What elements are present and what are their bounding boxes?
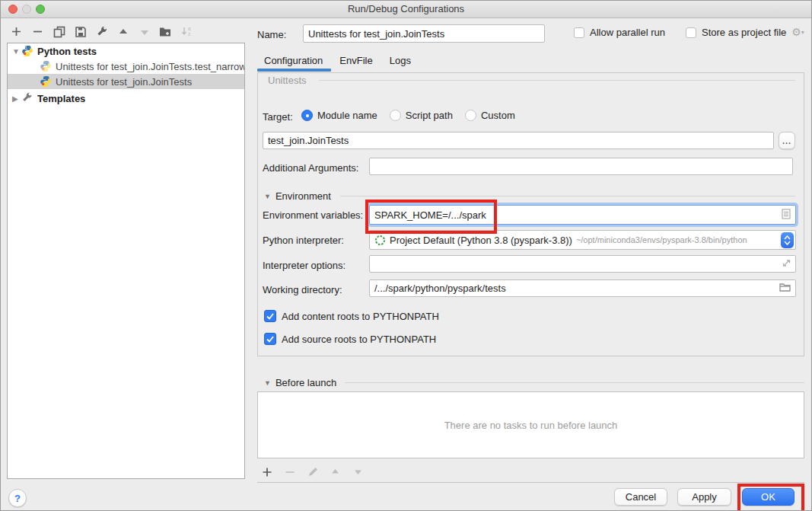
radio-custom-label: Custom xyxy=(481,110,515,121)
chevron-right-icon[interactable]: ▶ xyxy=(12,94,21,103)
add-source-roots-checkbox[interactable]: Add source roots to PYTHONPATH xyxy=(264,333,436,345)
working-directory-value: /.../spark/python/pyspark/tests xyxy=(374,283,779,294)
folder-icon[interactable] xyxy=(779,283,791,294)
checkbox-checked-icon[interactable] xyxy=(264,310,276,322)
tree-item-label: Unittests for test_join.JoinTests xyxy=(56,76,192,88)
section-divider xyxy=(319,80,795,81)
configurations-tree: ▼ Python tests Unittests for test_join.J… xyxy=(7,43,245,479)
conda-env-icon xyxy=(374,235,386,246)
allow-parallel-run-checkbox[interactable]: Allow parallel run xyxy=(574,27,665,38)
tree-item-unittest-narrow[interactable]: Unittests for test_join.JoinTests.test_n… xyxy=(8,59,244,74)
active-tab-underline xyxy=(257,69,331,72)
before-launch-empty-text: There are no tasks to run before launch xyxy=(444,420,618,431)
target-input[interactable] xyxy=(263,132,774,149)
configurations-toolbar: az xyxy=(10,25,193,38)
radio-custom[interactable] xyxy=(465,110,476,121)
save-icon[interactable] xyxy=(74,25,87,38)
sort-icon[interactable]: az xyxy=(180,25,193,38)
section-divider xyxy=(340,196,795,196)
svg-text:z: z xyxy=(188,31,190,37)
checkbox-icon[interactable] xyxy=(686,27,696,38)
environment-variables-label: Environment variables: xyxy=(263,209,363,221)
additional-arguments-input[interactable] xyxy=(369,158,793,175)
remove-icon[interactable] xyxy=(31,25,44,38)
move-up-icon[interactable] xyxy=(329,465,342,478)
tree-item-templates[interactable]: ▶ Templates xyxy=(8,91,244,106)
target-label: Target: xyxy=(263,111,293,123)
python-tests-icon xyxy=(21,45,33,57)
before-launch-section-header[interactable]: ▼ Before launch xyxy=(264,377,336,388)
checkbox-icon[interactable] xyxy=(574,27,584,38)
window-title: Run/Debug Configurations xyxy=(1,1,811,18)
env-variables-list-icon[interactable] xyxy=(782,209,791,222)
run-debug-configurations-dialog: Run/Debug Configurations az ▼ Pyt xyxy=(0,0,812,511)
tab-bar: Configuration EnvFile Logs xyxy=(264,55,411,66)
additional-arguments-label: Additional Arguments: xyxy=(263,162,358,174)
expand-icon[interactable] xyxy=(781,258,791,270)
before-launch-toolbar xyxy=(260,465,365,478)
add-source-roots-label: Add source roots to PYTHONPATH xyxy=(282,334,436,345)
store-as-project-file-checkbox[interactable]: Store as project file ⚙▾ xyxy=(686,27,804,38)
interpreter-options-input[interactable] xyxy=(369,255,796,273)
python-interpreter-value: Project Default (Python 3.8 (pyspark-3.8… xyxy=(390,235,572,246)
environment-section-label: Environment xyxy=(275,190,331,202)
copy-icon[interactable] xyxy=(53,25,65,38)
add-content-roots-label: Add content roots to PYTHONPATH xyxy=(282,311,439,322)
svg-text:a: a xyxy=(188,26,191,31)
before-launch-task-list[interactable]: There are no tasks to run before launch xyxy=(257,391,804,458)
radio-script-path-label: Script path xyxy=(406,110,453,121)
add-icon[interactable] xyxy=(260,465,273,478)
radio-script-path[interactable] xyxy=(390,110,401,121)
section-divider xyxy=(345,382,804,383)
apply-button-label: Apply xyxy=(692,491,717,503)
name-input[interactable] xyxy=(303,24,545,43)
tree-item-unittest-jointests[interactable]: Unittests for test_join.JoinTests xyxy=(8,74,244,89)
working-directory-label: Working directory: xyxy=(263,284,342,295)
allow-parallel-run-label: Allow parallel run xyxy=(590,27,665,38)
move-down-icon[interactable] xyxy=(352,465,365,478)
checkbox-checked-icon[interactable] xyxy=(264,333,276,345)
help-question-mark: ? xyxy=(14,493,21,504)
chevron-down-icon[interactable]: ▼ xyxy=(264,193,271,200)
apply-button[interactable]: Apply xyxy=(677,488,731,506)
python-test-icon xyxy=(40,75,52,88)
tab-configuration[interactable]: Configuration xyxy=(264,55,323,66)
help-button[interactable]: ? xyxy=(8,489,27,507)
add-icon[interactable] xyxy=(10,25,23,38)
title-bar: Run/Debug Configurations xyxy=(1,1,811,18)
environment-variables-value: SPARK_HOME=/.../spark xyxy=(374,209,782,221)
radio-module-name[interactable] xyxy=(301,110,313,121)
unittests-section-label: Unittests xyxy=(268,75,307,86)
move-down-icon[interactable] xyxy=(138,25,151,38)
interpreter-options-label: Interpreter options: xyxy=(263,260,345,271)
tab-envfile[interactable]: EnvFile xyxy=(339,55,372,66)
browse-button[interactable]: ... xyxy=(779,132,795,149)
chevron-down-icon[interactable]: ▼ xyxy=(12,47,21,56)
working-directory-input[interactable]: /.../spark/python/pyspark/tests xyxy=(369,279,796,297)
tree-item-label: Python tests xyxy=(37,46,97,57)
tree-item-label: Unittests for test_join.JoinTests.test_n… xyxy=(56,61,244,72)
ok-button[interactable]: OK xyxy=(742,488,794,506)
edit-icon[interactable] xyxy=(306,465,319,478)
templates-wrench-icon xyxy=(21,92,33,104)
gear-icon[interactable]: ⚙▾ xyxy=(791,27,804,38)
tab-logs[interactable]: Logs xyxy=(390,55,411,66)
radio-module-name-label: Module name xyxy=(317,110,377,121)
add-content-roots-checkbox[interactable]: Add content roots to PYTHONPATH xyxy=(264,310,439,322)
tree-item-python-tests[interactable]: ▼ Python tests xyxy=(8,43,244,59)
dropdown-stepper-icon[interactable] xyxy=(781,232,794,248)
python-test-icon xyxy=(40,60,52,72)
remove-icon[interactable] xyxy=(283,465,296,478)
ok-button-label: OK xyxy=(761,491,775,503)
before-launch-label: Before launch xyxy=(275,377,336,388)
chevron-down-icon[interactable]: ▼ xyxy=(264,379,271,387)
new-folder-icon[interactable] xyxy=(159,25,172,38)
browse-dots: ... xyxy=(782,139,791,143)
move-up-icon[interactable] xyxy=(116,25,129,38)
environment-variables-input[interactable]: SPARK_HOME=/.../spark xyxy=(369,205,796,225)
environment-section-header[interactable]: ▼ Environment xyxy=(264,190,331,202)
cancel-button[interactable]: Cancel xyxy=(614,488,667,506)
edit-templates-icon[interactable] xyxy=(95,25,108,38)
python-interpreter-select[interactable]: Project Default (Python 3.8 (pyspark-3.8… xyxy=(369,230,796,250)
before-launch-bottom-divider xyxy=(257,482,804,483)
